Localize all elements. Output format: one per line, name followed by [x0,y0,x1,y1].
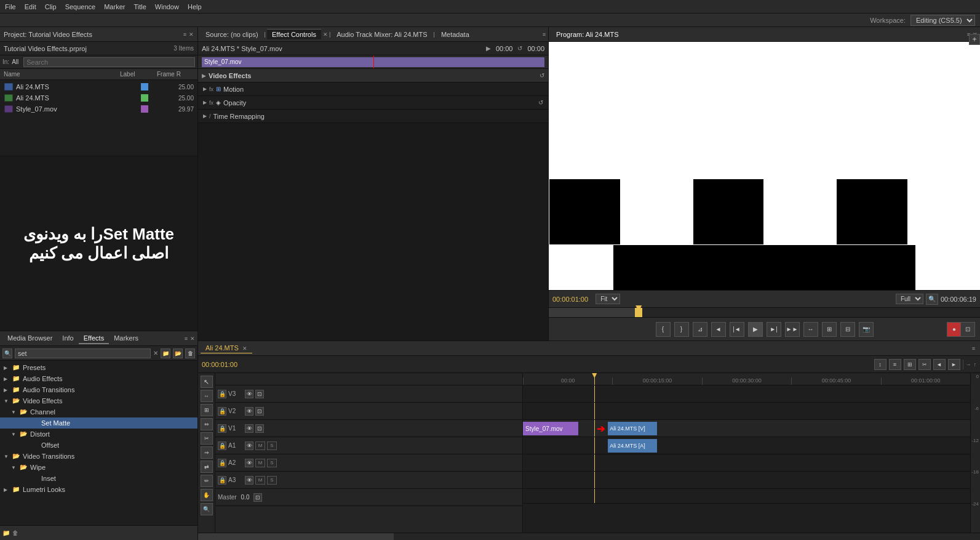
ec-tab-effect-controls-close[interactable]: ✕ [323,31,328,38]
a1-lock[interactable]: 🔒 [218,441,226,450]
project-search-input[interactable] [23,57,195,67]
transport-play[interactable]: ▶ [748,322,763,337]
v2-sync[interactable]: ⊡ [255,407,264,416]
track-v2[interactable] [523,403,970,420]
a3-lock[interactable]: 🔒 [218,476,226,485]
master-btn[interactable]: ⊡ [253,493,262,502]
delete-btn-bottom[interactable]: 🗑 [12,530,18,536]
tool-razor[interactable]: ✂ [201,432,213,445]
tree-presets[interactable]: ▶ 📁 Presets [0,362,197,373]
ec-loop-btn[interactable]: ↺ [517,45,522,52]
ec-play-btn[interactable]: ▶ [486,45,491,52]
tree-offset[interactable]: Offset [0,440,197,451]
new-bin-btn-bottom[interactable]: 📁 [2,530,10,536]
a3-eye[interactable]: 👁 [245,476,253,485]
transport-export-frame[interactable]: 📷 [859,322,874,337]
v1-lock[interactable]: 🔒 [218,424,226,433]
transport-prev-frame[interactable]: |◄ [730,322,744,337]
track-a1[interactable]: Ali 24.MTS [A] [523,437,970,454]
project-item[interactable]: Style_07.mov 29.97 [0,103,197,115]
timeline-btn-rolling[interactable]: ⊞ [904,359,916,370]
menu-edit[interactable]: Edit [25,3,36,10]
timeline-tab-close[interactable]: ✕ [242,345,247,352]
transport-step-fwd[interactable]: ►► [785,322,800,337]
timeline-btn-select[interactable]: ↕ [874,359,886,370]
v3-eye[interactable]: 👁 [245,390,253,398]
ec-panel-menu[interactable]: ≡ [543,31,546,38]
menu-clip[interactable]: Clip [45,3,57,10]
pm-fit-select[interactable]: Fit [596,294,620,304]
effects-search-icon[interactable]: 🔍 [2,349,12,358]
effects-search-input[interactable] [15,349,151,358]
tool-zoom[interactable]: 🔍 [201,503,213,515]
tree-audio-transitions[interactable]: ▶ 📁 Audio Transitions [0,384,197,395]
new-custom-bin-btn[interactable]: 📂 [173,349,183,358]
pm-zoom-btn[interactable]: 🔍 [926,294,938,305]
a3-mute[interactable]: M [255,476,265,485]
tree-lumetri-looks[interactable]: ▶ 📁 Lumetri Looks [0,484,197,495]
menu-title[interactable]: Title [133,3,146,10]
track-clip-ali-a[interactable]: Ali 24.MTS [A] [608,439,657,453]
a1-solo[interactable]: S [267,441,277,450]
tool-pen[interactable]: ✏ [201,475,213,487]
track-clip-ali-v[interactable]: Ali 24.MTS [V] [608,422,657,435]
v3-lock[interactable]: 🔒 [218,390,226,398]
timeline-timecode[interactable]: 00:00:01:00 [202,361,237,368]
tab-media-browser[interactable]: Media Browser [2,333,57,344]
project-item[interactable]: Ali 24.MTS 25.00 [0,81,197,92]
a2-mute[interactable]: M [255,459,265,467]
track-v1[interactable]: Style_07.mov ➔ Ali 24.MTS [V] [523,420,970,437]
menu-help[interactable]: Help [188,3,202,10]
project-item[interactable]: Ali 24.MTS 25.00 [0,92,197,103]
project-panel-close-btn[interactable]: ✕ [189,31,194,38]
tree-channel[interactable]: ▼ 📂 Channel [0,406,197,417]
menu-sequence[interactable]: Sequence [65,3,96,10]
a2-solo[interactable]: S [267,459,277,467]
timeline-panel-menu[interactable]: ≡ [972,345,975,352]
track-v3[interactable] [523,385,970,403]
transport-mark-in[interactable]: { [656,322,671,337]
transport-multi[interactable]: ⊡ [960,322,975,337]
tree-audio-effects[interactable]: ▶ 📁 Audio Effects [0,373,197,384]
ec-tab-metadata[interactable]: Metadata [436,30,474,39]
transport-insert[interactable]: ⊞ [822,322,837,337]
track-clip-style07[interactable]: Style_07.mov [523,422,578,435]
transport-overwrite[interactable]: ⊟ [840,322,855,337]
a2-eye[interactable]: 👁 [245,459,253,467]
timeline-tab-ali[interactable]: Ali 24.MTS ✕ [201,343,252,353]
transport-step-back[interactable]: ◄ [711,322,726,337]
transport-next-frame[interactable]: ►| [767,322,781,337]
tree-set-matte[interactable]: Set Matte [0,417,197,429]
tool-hand[interactable]: ✋ [201,489,213,501]
transport-mark-out[interactable]: } [674,322,689,337]
tool-slide[interactable]: ⇄ [201,461,213,473]
effects-panel-menu[interactable]: ≡ [185,336,188,342]
tree-distort[interactable]: ▼ 📂 Distort [0,429,197,440]
timeline-btn-ripple[interactable]: ≡ [889,359,901,370]
ec-motion-row[interactable]: ▶ fx ⊞ Motion [198,83,548,96]
tab-markers[interactable]: Markers [109,333,143,344]
effects-search-clear[interactable]: ✕ [153,350,158,357]
pm-scrubbar-thumb[interactable] [635,308,642,317]
tool-select[interactable]: ↖ [201,376,213,388]
tree-video-effects[interactable]: ▼ 📂 Video Effects [0,395,197,406]
new-bin-btn[interactable]: 📁 [161,349,170,358]
v1-eye[interactable]: 👁 [245,424,253,433]
delete-btn[interactable]: 🗑 [185,349,195,358]
opacity-reset[interactable]: ↺ [538,99,543,106]
ec-section-reset[interactable]: ↺ [540,72,544,79]
transport-extract[interactable]: ⊿ [693,322,707,337]
pm-scrubbar[interactable] [549,307,980,317]
ec-tab-effect-controls[interactable]: Effect Controls [267,29,321,39]
project-panel-menu-btn[interactable]: ≡ [183,31,186,38]
workspace-dropdown[interactable]: Editing (CS5.5) [910,15,975,26]
transport-go-out[interactable]: ↔ [803,322,818,337]
timeline-btn-out[interactable]: ► [948,359,960,370]
effects-panel-close[interactable]: ✕ [190,336,195,342]
track-a2[interactable] [523,454,970,472]
v3-sync[interactable]: ⊡ [255,390,264,398]
tab-info[interactable]: Info [57,333,78,344]
a1-mute[interactable]: M [255,441,265,450]
ec-tab-audio-track[interactable]: Audio Track Mixer: Ali 24.MTS [332,30,432,39]
scrollbar-thumb[interactable] [198,533,394,540]
